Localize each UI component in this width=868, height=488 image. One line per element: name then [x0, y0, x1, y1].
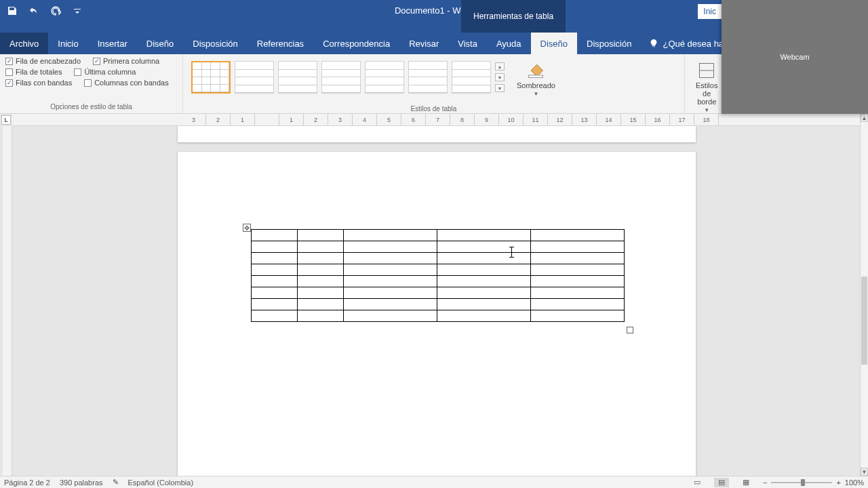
status-word-count[interactable]: 390 palabras [60, 479, 103, 487]
table-cell[interactable] [252, 310, 298, 322]
table-cell[interactable] [437, 253, 531, 264]
table-cell[interactable] [344, 264, 437, 276]
table-cell[interactable] [437, 287, 531, 299]
shading-button[interactable]: Sombreado ▼ [511, 58, 561, 100]
table-cell[interactable] [298, 287, 344, 299]
scroll-thumb[interactable] [861, 277, 867, 365]
table-style-thumb[interactable] [235, 61, 274, 94]
table-cell[interactable] [252, 230, 298, 241]
horizontal-ruler[interactable]: 321123456789101112131415161718 [12, 114, 860, 126]
view-read-mode-icon[interactable]: ▭ [690, 478, 705, 487]
table-cell[interactable] [437, 299, 531, 310]
table-style-thumb[interactable] [452, 61, 491, 94]
tab-references[interactable]: Referencias [248, 33, 313, 54]
table-cell[interactable] [344, 253, 437, 264]
table-cell[interactable] [298, 299, 344, 310]
table-style-thumb[interactable] [321, 61, 361, 94]
table-cell[interactable] [531, 241, 625, 253]
table-cell[interactable] [437, 276, 531, 287]
tab-home[interactable]: Inicio [48, 33, 87, 54]
table-cell[interactable] [252, 276, 298, 287]
gallery-expand[interactable]: ▴▾▾ [495, 61, 505, 94]
table-cell[interactable] [344, 230, 437, 241]
status-page[interactable]: Página 2 de 2 [4, 479, 50, 487]
undo-icon[interactable] [27, 4, 41, 18]
zoom-slider[interactable] [771, 482, 832, 483]
tab-design[interactable]: Diseño [137, 33, 183, 54]
table-cell[interactable] [437, 264, 531, 276]
scroll-up-icon[interactable]: ▲ [861, 114, 868, 122]
table-style-thumb[interactable] [191, 61, 231, 94]
zoom-slider-handle[interactable] [801, 479, 805, 486]
table-cell[interactable] [531, 310, 625, 322]
table-style-thumb[interactable] [365, 61, 404, 94]
vertical-scrollbar[interactable]: ▲ ▼ [860, 114, 868, 476]
document-table[interactable] [251, 229, 625, 322]
table-cell[interactable] [344, 241, 437, 253]
table-cell[interactable] [531, 276, 625, 287]
table-cell[interactable] [252, 241, 298, 253]
zoom-out-button[interactable]: − [763, 479, 767, 487]
tab-mailings[interactable]: Correspondencia [313, 33, 399, 54]
table-cell[interactable] [252, 299, 298, 310]
table-style-gallery[interactable]: ▴▾▾ [189, 58, 507, 96]
table-cell[interactable] [344, 276, 437, 287]
table-cell[interactable] [531, 253, 625, 264]
tab-insert[interactable]: Insertar [88, 33, 137, 54]
table-cell[interactable] [298, 241, 344, 253]
qat-customize-icon[interactable] [71, 4, 84, 18]
tab-layout[interactable]: Disposición [183, 33, 247, 54]
redo-icon[interactable] [49, 4, 62, 18]
table-cell[interactable] [344, 299, 437, 310]
zoom-value[interactable]: 100% [845, 479, 864, 487]
table-cell[interactable] [437, 230, 531, 241]
proofing-icon[interactable]: ✎ [113, 478, 119, 487]
table-cell[interactable] [298, 264, 344, 276]
table-cell[interactable] [531, 299, 625, 310]
border-styles-button[interactable]: Estilos de borde ▼ [690, 58, 723, 116]
table-cell[interactable] [298, 230, 344, 241]
previous-page-sliver [178, 126, 696, 142]
table-cell[interactable] [344, 287, 437, 299]
table-move-handle-icon[interactable]: ✥ [243, 224, 251, 232]
save-icon[interactable] [5, 4, 19, 18]
table-cell[interactable] [531, 264, 625, 276]
table-cell[interactable] [531, 287, 625, 299]
table-cell[interactable] [298, 310, 344, 322]
check-banded-columns[interactable]: Columnas con bandas [84, 79, 168, 87]
vertical-ruler[interactable] [3, 126, 12, 476]
group-table-style-options: ✓Fila de encabezado ✓Primera columna Fil… [0, 54, 183, 113]
table-cell[interactable] [298, 253, 344, 264]
view-print-layout-icon[interactable]: ▤ [714, 478, 729, 487]
check-last-column[interactable]: Última columna [74, 68, 136, 76]
tab-view[interactable]: Vista [448, 33, 487, 54]
tab-selector[interactable]: L [1, 115, 11, 125]
table-cell[interactable] [298, 276, 344, 287]
table-cell[interactable] [437, 241, 531, 253]
signin-button[interactable]: Inic [698, 4, 722, 19]
tab-table-layout[interactable]: Disposición [577, 33, 641, 54]
check-banded-rows[interactable]: ✓Filas con bandas [5, 79, 72, 87]
table-cell[interactable] [344, 310, 437, 322]
table-style-thumb[interactable] [278, 61, 317, 94]
view-web-layout-icon[interactable]: ▦ [738, 478, 753, 487]
lightbulb-icon [649, 39, 658, 48]
check-total-row[interactable]: Fila de totales [5, 68, 62, 76]
table-resize-handle[interactable] [627, 327, 633, 333]
table-cell[interactable] [252, 253, 298, 264]
tab-help[interactable]: Ayuda [487, 33, 531, 54]
tab-review[interactable]: Revisar [399, 33, 448, 54]
table-cell[interactable] [531, 230, 625, 241]
table-cell[interactable] [252, 287, 298, 299]
check-header-row[interactable]: ✓Fila de encabezado [5, 57, 81, 65]
status-language[interactable]: Español (Colombia) [128, 479, 194, 487]
table-cell[interactable] [437, 310, 531, 322]
check-first-column[interactable]: ✓Primera columna [93, 57, 159, 65]
page[interactable]: ✥ [178, 152, 696, 476]
table-style-thumb[interactable] [408, 61, 448, 94]
tab-file[interactable]: Archivo [0, 33, 48, 54]
scroll-down-icon[interactable]: ▼ [861, 468, 868, 476]
table-cell[interactable] [252, 264, 298, 276]
tab-table-design[interactable]: Diseño [531, 33, 577, 54]
zoom-in-button[interactable]: + [836, 479, 840, 487]
